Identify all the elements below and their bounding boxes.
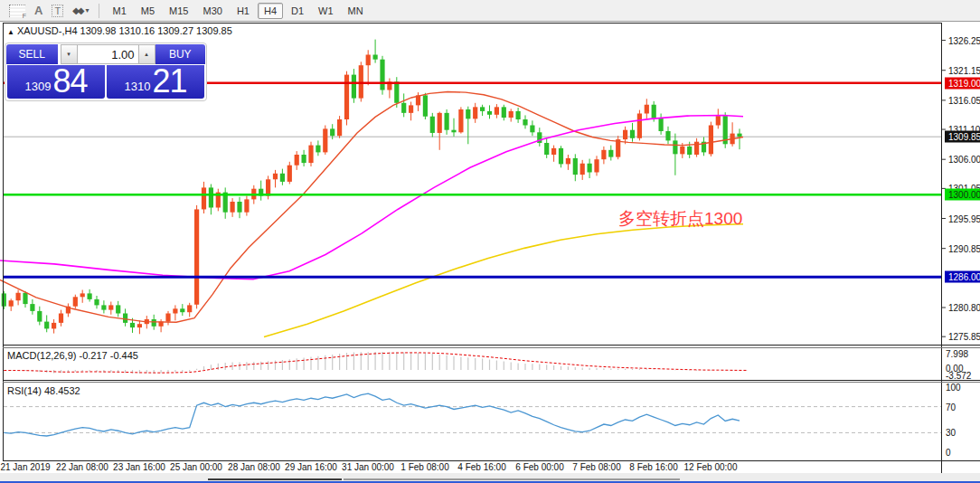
rsi-panel-top-border[interactable]: [3, 382, 980, 383]
bottom-status-strip: [0, 473, 980, 483]
time-tick-label: 7 Feb 08:00: [572, 462, 620, 472]
rsi-scale-label: 100: [946, 383, 961, 393]
chart-border-top: [3, 23, 941, 24]
buy-button[interactable]: BUY: [155, 44, 206, 64]
time-tick-label: 28 Jan 08:00: [228, 462, 280, 472]
ask-price-big: 21: [152, 65, 186, 98]
price-tick-label: 1326.25: [948, 35, 980, 45]
price-tick-label: 1306.00: [948, 155, 980, 165]
price-tick-label: 1316.05: [948, 95, 980, 105]
time-tick-label: 25 Jan 00:00: [170, 462, 222, 472]
time-tick-label: 29 Jan 16:00: [285, 462, 337, 472]
macd-indicator-label: MACD(12,26,9) -0.217 -0.445: [7, 350, 138, 361]
price-tick-label: 1280.80: [948, 303, 980, 313]
time-tick-label: 21 Jan 2019: [0, 462, 50, 472]
price-level-tag: 1300.00: [945, 189, 980, 201]
price-level-tag: 1309.85: [945, 131, 980, 143]
time-tick-label: 12 Feb 00:00: [684, 462, 738, 472]
time-tick-label: 8 Feb 16:00: [629, 462, 677, 472]
rsi-scale-label: 70: [946, 402, 956, 412]
scrollbar-thumb[interactable]: [208, 478, 342, 480]
main-chart-bottom-border: [3, 345, 980, 346]
volume-stepper: ▾ 1.00 ▴: [61, 44, 155, 64]
bid-price-big: 84: [52, 65, 87, 98]
volume-input[interactable]: 1.00: [78, 44, 138, 64]
bid-price-small: 1309: [25, 80, 52, 93]
macd-panel-top-border[interactable]: [3, 347, 980, 348]
rsi-scale-label: 30: [946, 428, 956, 438]
price-tick-label: 1275.85: [948, 332, 980, 342]
time-tick-label: 22 Jan 08:00: [56, 462, 108, 472]
macd-scale-label: 7.998: [946, 349, 968, 359]
time-tick-label: 23 Jan 16:00: [113, 462, 165, 472]
price-axis-divider[interactable]: [941, 23, 942, 473]
macd-panel-bottom-border: [3, 380, 980, 381]
rsi-indicator-label: RSI(14) 48.4532: [7, 385, 80, 396]
time-tick-label: 6 Feb 00:00: [515, 462, 563, 472]
price-tick-label: 1295.95: [948, 213, 980, 223]
time-tick-label: 4 Feb 16:00: [457, 462, 505, 472]
volume-down-button[interactable]: ▾: [61, 44, 78, 64]
sell-price-tile[interactable]: 1309 84: [7, 65, 105, 99]
volume-up-button[interactable]: ▴: [138, 44, 155, 64]
rsi-panel-bottom-border: [3, 460, 980, 461]
rsi-scale-label: 0: [946, 448, 951, 458]
time-tick-label: 1 Feb 08:00: [400, 462, 448, 472]
chart-text-annotation[interactable]: 多空转折点1300: [618, 207, 742, 231]
time-tick-label: 31 Jan 00:00: [342, 462, 394, 472]
buy-price-tile[interactable]: 1310 21: [107, 65, 204, 99]
scrollbar-track-segment: [344, 478, 680, 480]
price-tick-label: 1290.85: [948, 243, 980, 253]
ask-price-small: 1310: [125, 80, 151, 93]
chart-border-left: [3, 23, 4, 460]
one-click-trading-panel: SELL ▾ 1.00 ▴ BUY 1309 84 1310 21: [5, 43, 207, 101]
macd-scale-label: -3.572: [946, 371, 971, 381]
price-level-tag: 1319.00: [945, 77, 980, 89]
price-level-tag: 1286.00: [945, 271, 980, 283]
price-tick-label: 1321.15: [948, 65, 980, 75]
sell-button[interactable]: SELL: [6, 44, 58, 64]
